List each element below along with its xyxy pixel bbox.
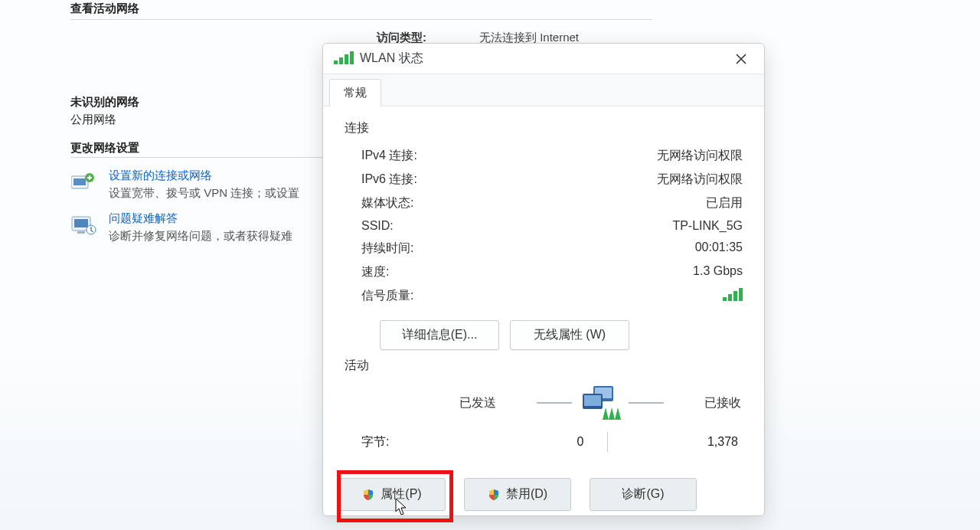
diagnose-button[interactable]: 诊断(G) (590, 478, 697, 511)
svg-marker-13 (615, 407, 621, 420)
speed-label: 速度: (361, 264, 389, 280)
wlan-status-dialog: WLAN 状态 常规 连接 IPv4 连接:无网络访问权限 IPv6 连接:无网… (322, 43, 765, 516)
troubleshoot-link[interactable]: 问题疑难解答 (109, 211, 292, 226)
wifi-icon (334, 51, 354, 67)
dialog-footer: 属性(P) 禁用(D) 诊断(G) (323, 472, 764, 515)
disable-button-label: 禁用(D) (506, 486, 547, 502)
properties-button[interactable]: 属性(P) (338, 478, 446, 511)
tab-strip: 常规 (323, 74, 764, 106)
svg-rect-1 (74, 178, 86, 185)
signal-quality-label: 信号质量: (361, 288, 413, 304)
signal-quality-value (723, 288, 743, 304)
media-state-value: 已启用 (706, 195, 743, 211)
new-connection-icon (70, 168, 98, 196)
section-activity: 活动 (345, 358, 746, 374)
bytes-label: 字节: (361, 434, 453, 450)
speed-value: 1.3 Gbps (693, 264, 743, 280)
dialog-title: WLAN 状态 (360, 51, 726, 67)
troubleshoot-desc: 诊断并修复网络问题，或者获得疑难 (109, 229, 292, 244)
shield-icon (362, 489, 374, 501)
ipv6-label: IPv6 连接: (361, 172, 417, 188)
section-connection: 连接 (345, 120, 746, 136)
activity-sent-label: 已发送 (459, 395, 496, 411)
ipv6-value: 无网络访问权限 (657, 172, 743, 188)
media-state-label: 媒体状态: (361, 195, 413, 211)
duration-value: 00:01:35 (695, 240, 743, 257)
tab-general[interactable]: 常规 (329, 79, 381, 106)
duration-label: 持续时间: (361, 240, 413, 257)
close-button[interactable] (726, 47, 756, 71)
new-connection-desc: 设置宽带、拨号或 VPN 连接；或设置 (109, 186, 299, 201)
svg-marker-11 (603, 407, 609, 420)
svg-marker-12 (609, 407, 615, 420)
troubleshoot-icon (70, 211, 98, 239)
ipv4-label: IPv4 连接: (361, 148, 417, 164)
ssid-label: SSID: (361, 219, 394, 233)
wireless-properties-button[interactable]: 无线属性 (W) (510, 320, 629, 350)
bytes-sent-value: 0 (453, 435, 607, 449)
cursor-icon (395, 498, 409, 516)
disable-button[interactable]: 禁用(D) (464, 478, 571, 511)
activity-icon (537, 386, 664, 420)
shield-icon (488, 489, 500, 501)
ssid-value: TP-LINK_5G (672, 219, 743, 233)
svg-rect-10 (584, 395, 601, 406)
svg-rect-5 (77, 231, 85, 234)
dialog-titlebar[interactable]: WLAN 状态 (323, 44, 764, 74)
diagnose-button-label: 诊断(G) (622, 486, 664, 502)
divider (70, 19, 652, 20)
details-button[interactable]: 详细信息(E)... (380, 320, 499, 350)
ipv4-value: 无网络访问权限 (657, 148, 743, 164)
new-connection-link[interactable]: 设置新的连接或网络 (109, 168, 299, 183)
view-active-networks-header: 查看活动网络 (70, 2, 652, 16)
svg-rect-4 (74, 219, 88, 227)
activity-recv-label: 已接收 (704, 395, 741, 411)
bytes-recv-value: 1,378 (608, 435, 742, 449)
